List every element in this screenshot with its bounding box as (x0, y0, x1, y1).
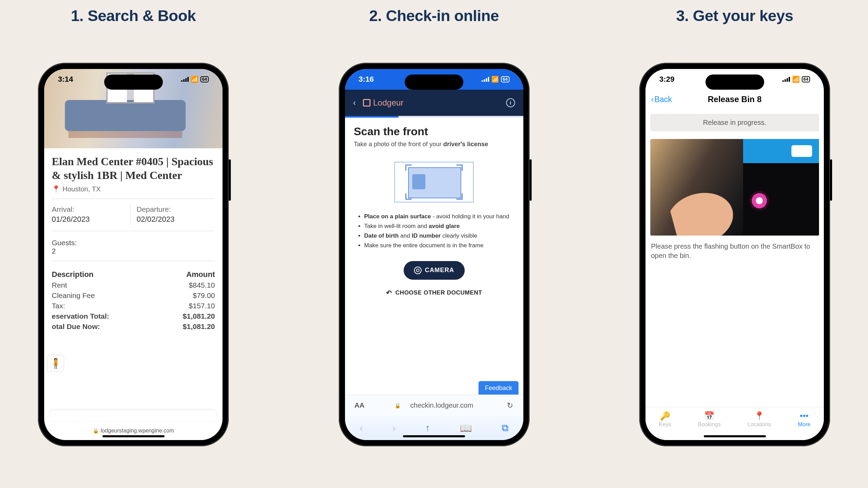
refresh-icon[interactable]: ↻ (507, 401, 513, 410)
camera-button[interactable]: CAMERA (404, 261, 465, 280)
notch (405, 74, 463, 90)
address-bar[interactable]: AA 🔒 checkin.lodgeur.com ↻ (345, 395, 523, 416)
home-indicator[interactable] (403, 435, 465, 437)
notch (104, 74, 163, 90)
due-now-label: otal Due Now: (52, 322, 100, 331)
rent-label: Rent (52, 281, 67, 289)
nav-back-icon[interactable]: ‹ (359, 422, 363, 434)
home-indicator[interactable] (102, 435, 165, 437)
wifi-icon: 📶 (191, 76, 198, 83)
undo-icon: ↶ (386, 289, 392, 297)
document-illustration (394, 162, 474, 202)
step-search-book: 1. Search & Book 3:14 📶 64 Elan Med Ce (38, 7, 229, 446)
home-indicator[interactable] (704, 435, 766, 437)
key-icon: 🔑 (660, 412, 670, 420)
scan-subtitle: Take a photo of the front of your driver… (354, 141, 514, 148)
nav-forward-icon[interactable]: › (393, 422, 396, 434)
departure-label: Departure: (137, 205, 215, 213)
back-label: Back (654, 95, 672, 104)
url-text: checkin.lodgeur.com (410, 401, 473, 409)
tax-amount: $157.10 (189, 302, 215, 310)
tip-4: Make sure the entire document is in the … (364, 242, 511, 250)
camera-icon (414, 267, 422, 274)
smartbox-photo (650, 139, 819, 236)
bottom-card (50, 410, 216, 421)
tab-locations[interactable]: 📍 Locations (748, 412, 771, 428)
brand-logo: Lodgeur (363, 98, 404, 108)
guests-field[interactable]: Guests: 2 (52, 239, 215, 255)
tax-label: Tax: (52, 302, 65, 310)
signal-icon (782, 77, 790, 82)
desc-header: Description (52, 270, 93, 279)
tip-2: Take in well-lit room and avoid glare (364, 222, 511, 230)
dates-row[interactable]: Arrival: 01/26/2023 Departure: 02/02/202… (52, 204, 215, 225)
step2-title: 2. Check-in online (369, 7, 499, 25)
phone-frame-2: 3:16 📶 64 ‹ Lodgeur i (339, 63, 530, 446)
instruction-text: Please press the flashing button on the … (651, 242, 818, 260)
tip-3: Date of birth and ID number clearly visi… (364, 232, 511, 240)
price-row-rent: Rent $845.10 (52, 281, 215, 289)
tab-bookings-label: Bookings (698, 421, 721, 428)
tabs-icon[interactable]: ⧉ (502, 422, 509, 434)
info-icon[interactable]: i (506, 98, 515, 107)
logo-icon (363, 99, 371, 107)
chevron-left-icon: ‹ (651, 95, 654, 104)
price-row-cleaning: Cleaning Fee $79.00 (52, 291, 215, 300)
step1-title: 1. Search & Book (71, 7, 196, 25)
arrival-value: 01/26/2023 (52, 215, 130, 224)
url-text: lodgeurstaging.wpengine.com (101, 428, 174, 434)
price-row-tax: Tax: $157.10 (52, 302, 215, 310)
battery-icon: 64 (200, 76, 209, 82)
price-table: Description Amount Rent $845.10 Cleaning… (52, 270, 215, 331)
divider (52, 261, 215, 261)
more-icon: ••• (800, 412, 808, 420)
accessibility-button[interactable]: 🧍 (48, 355, 63, 371)
status-time: 3:14 (58, 75, 73, 84)
text-size-button[interactable]: AA (355, 401, 365, 409)
scan-subtitle-pre: Take a photo of the front of your (354, 141, 443, 148)
battery-icon: 64 (802, 76, 810, 82)
departure-field[interactable]: Departure: 02/02/2023 (130, 204, 215, 225)
step3-title: 3. Get your keys (676, 7, 793, 25)
lock-icon: 🔒 (395, 403, 401, 408)
share-icon[interactable]: ↑ (425, 422, 430, 434)
tab-bookings[interactable]: 📅 Bookings (698, 412, 721, 428)
guests-value: 2 (52, 247, 215, 255)
location-text: Houston, TX (62, 185, 101, 193)
feedback-button[interactable]: Feedback (479, 381, 518, 395)
price-row-total: eservation Total: $1,081.20 (52, 312, 215, 320)
nav-bar: ‹ Back Release Bin 8 (645, 90, 824, 109)
reservation-total-label: eservation Total: (52, 312, 109, 320)
arrival-field[interactable]: Arrival: 01/26/2023 (52, 204, 130, 225)
tab-more[interactable]: ••• More (798, 412, 810, 428)
brand-name: Lodgeur (373, 98, 404, 108)
location-icon: 📍 (754, 412, 765, 420)
amount-header: Amount (186, 270, 215, 279)
tab-more-label: More (798, 421, 810, 428)
price-header: Description Amount (52, 270, 215, 279)
phone-frame-3: 3:29 📶 64 ‹ Back Release Bin 8 Release i… (639, 63, 830, 446)
choose-other-button[interactable]: ↶ CHOOSE OTHER DOCUMENT (386, 289, 482, 297)
scan-title: Scan the front (354, 125, 514, 138)
scan-tips-list: Place on a plain surface - avoid holding… (364, 213, 511, 251)
departure-value: 02/02/2023 (137, 215, 215, 224)
listing-body: Elan Med Center #0405 | Spacious & styli… (44, 148, 223, 337)
divider (52, 231, 215, 231)
back-button[interactable]: ‹ (353, 98, 356, 108)
price-row-due: otal Due Now: $1,081.20 (52, 322, 215, 331)
cleaning-label: Cleaning Fee (52, 291, 95, 300)
tab-keys[interactable]: 🔑 Keys (659, 412, 671, 428)
status-time: 3:16 (359, 75, 374, 84)
divider (52, 199, 215, 199)
bookmarks-icon[interactable]: 📖 (460, 422, 472, 434)
listing-location: 📍 Houston, TX (52, 185, 215, 193)
pin-icon: 📍 (52, 185, 60, 193)
listing-title: Elan Med Center #0405 | Spacious & styli… (52, 155, 215, 182)
phone-frame-1: 3:14 📶 64 Elan Med Center #0405 | Spacio… (38, 63, 229, 446)
address-bar[interactable]: 🔒 lodgeurstaging.wpengine.com (44, 428, 223, 434)
back-button[interactable]: ‹ Back (651, 95, 672, 104)
rent-amount: $845.10 (189, 281, 215, 289)
status-time: 3:29 (659, 75, 674, 84)
battery-icon: 64 (501, 76, 509, 82)
notch (706, 74, 764, 90)
